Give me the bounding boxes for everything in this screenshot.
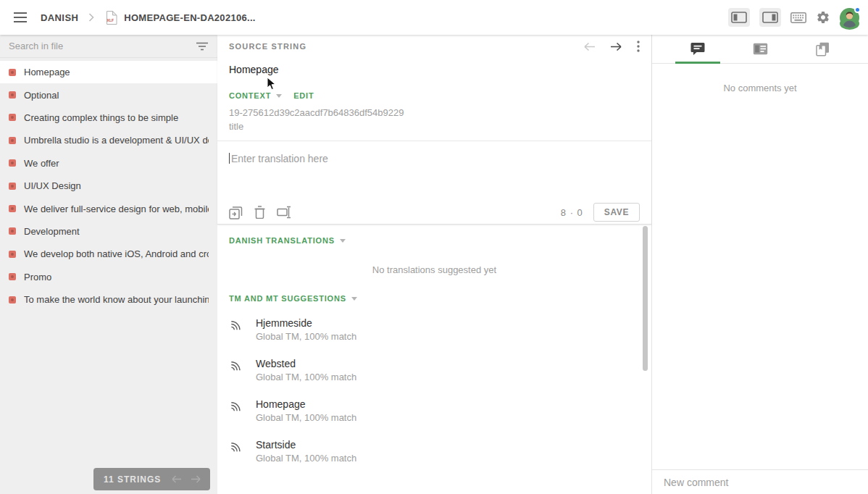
string-key: title [229,121,640,132]
previous-string-icon[interactable] [583,42,596,51]
string-list: Homepage Optional Creating complex thing… [0,61,217,311]
breadcrumb-language[interactable]: DANISH [41,12,78,23]
string-label: We deliver full-service design for web, … [24,204,209,214]
user-avatar[interactable] [840,8,859,28]
suggestion-meta: Global TM, 100% match [256,372,356,382]
sidebar-string-item[interactable]: UI/UX Design [0,175,217,197]
tm-suggestion-item[interactable]: Hjemmeside Global TM, 100% match [229,317,640,342]
clear-translation-icon[interactable] [254,206,265,219]
sidebar-string-item[interactable]: Development [0,220,217,243]
source-text: Homepage [229,64,640,75]
untranslated-status-icon [9,227,16,235]
translation-placeholder: Enter translation here [231,153,328,164]
strings-sidebar: Homepage Optional Creating complex thing… [0,35,217,494]
source-string-header: SOURCE STRING [217,35,651,58]
editor-scrollbar[interactable] [643,226,648,371]
global-tm-icon [229,359,243,382]
global-tm-icon [229,399,243,423]
string-label: To make the world know about your launch… [24,294,209,305]
string-label: Promo [24,272,209,282]
prev-page-icon[interactable] [171,475,182,483]
suggestion-meta: Global TM, 100% match [256,331,356,342]
strings-count-label: 11 STRINGS [104,474,162,485]
file-badge: XLF [107,17,114,22]
sidebar-string-item[interactable]: We offer [0,152,217,175]
online-status-dot [854,7,861,13]
edit-context-button[interactable]: EDIT [293,91,314,100]
translation-toolbar: 8 · 0 SAVE [217,201,651,224]
sidebar-string-item[interactable]: Umbrella studio is a development & UI/UX… [0,129,217,151]
context-dropdown-icon[interactable] [276,94,282,98]
danish-translations-label[interactable]: DANISH TRANSLATIONS [229,236,335,245]
sidebar-string-item[interactable]: To make the world know about your launch… [0,288,217,311]
tm-suggestion-item[interactable]: Homepage Global TM, 100% match [229,398,640,423]
sidebar-string-item[interactable]: We deliver full-service design for web, … [0,197,217,219]
sidebar-string-item[interactable]: Optional [0,83,217,106]
tab-terms[interactable] [729,35,791,63]
context-row: CONTEXT EDIT [229,91,640,100]
editor-panel: SOURCE STRING Homepage CONTEXT E [217,35,652,494]
tm-suggestion-item[interactable]: Startside Global TM, 100% match [229,439,640,464]
untranslated-status-icon [9,114,16,121]
tm-suggestion-item[interactable]: Websted Global TM, 100% match [229,358,640,382]
xlf-file-icon: XLF [104,10,118,25]
toggle-right-panel-button[interactable] [759,8,781,27]
untranslated-status-icon [9,183,16,190]
section-collapse-icon[interactable] [340,239,346,243]
untranslated-status-icon [9,205,16,212]
comment-bubble-icon [690,42,705,56]
untranslated-status-icon [9,91,16,99]
suggestion-text: Homepage [256,398,356,410]
tm-suggestions-header: TM AND MT SUGGESTIONS [229,294,640,303]
toggle-left-panel-button[interactable] [728,8,750,27]
tab-glossary[interactable] [791,35,854,63]
search-input[interactable] [9,41,196,51]
sidebar-string-item[interactable]: Homepage [0,61,217,83]
keyboard-shortcuts-icon[interactable] [790,12,806,23]
section-collapse-icon[interactable] [351,297,357,301]
no-comments-text: No comments yet [652,83,868,93]
suggestion-text: Websted [256,358,356,369]
char-counts: 8 · 0 [561,207,583,218]
tm-suggestions-label[interactable]: TM AND MT SUGGESTIONS [229,294,346,303]
menu-icon[interactable] [9,6,32,29]
topbar-actions [728,8,868,28]
source-and-translation-card: SOURCE STRING Homepage CONTEXT E [217,35,651,225]
suggestion-meta: Global TM, 100% match [256,412,356,423]
translation-input[interactable]: Enter translation here [217,141,651,201]
suggestions-area: DANISH TRANSLATIONS No translations sugg… [217,236,651,464]
more-options-icon[interactable] [637,41,640,52]
context-toggle[interactable]: CONTEXT [229,91,271,100]
sidebar-string-item[interactable]: Promo [0,266,217,288]
untranslated-status-icon [9,69,16,76]
next-string-icon[interactable] [610,42,622,51]
tm-suggestion-list: Hjemmeside Global TM, 100% match Websted… [229,317,640,464]
copy-source-icon[interactable] [229,206,243,219]
new-comment-row [652,469,868,494]
chevron-right-icon [88,13,94,22]
filter-icon[interactable] [196,42,209,51]
source-string-label: SOURCE STRING [229,42,583,51]
danish-translations-header: DANISH TRANSLATIONS [229,236,640,245]
settings-gear-icon[interactable] [816,10,830,25]
file-name: HOMEPAGE-EN-DA202106... [124,12,256,23]
new-comment-input[interactable] [664,477,856,488]
side-panel-tabs [652,35,868,64]
sidebar-string-item[interactable]: We develop both native iOS, Android and … [0,243,217,265]
main-area: Homepage Optional Creating complex thing… [0,35,868,494]
string-label: UI/UX Design [24,180,209,191]
string-label: Optional [24,90,209,101]
sidebar-string-item[interactable]: Creating complex things to be simple [0,106,217,129]
untranslated-status-icon [9,251,16,258]
untranslated-status-icon [9,159,16,167]
suggestion-text: Startside [256,439,356,451]
next-page-icon[interactable] [191,475,201,483]
global-tm-icon [229,440,243,464]
top-bar: DANISH XLF HOMEPAGE-EN-DA202106... [0,0,868,35]
save-button[interactable]: SAVE [593,203,640,222]
suggestion-text: Hjemmeside [256,317,356,329]
breadcrumb-file[interactable]: XLF HOMEPAGE-EN-DA202106... [104,10,256,25]
select-text-icon[interactable] [277,206,292,219]
string-identifier: 19-275612d39c2aacdf7b64836df54b9229 [229,107,640,118]
tab-comments[interactable] [667,35,729,63]
